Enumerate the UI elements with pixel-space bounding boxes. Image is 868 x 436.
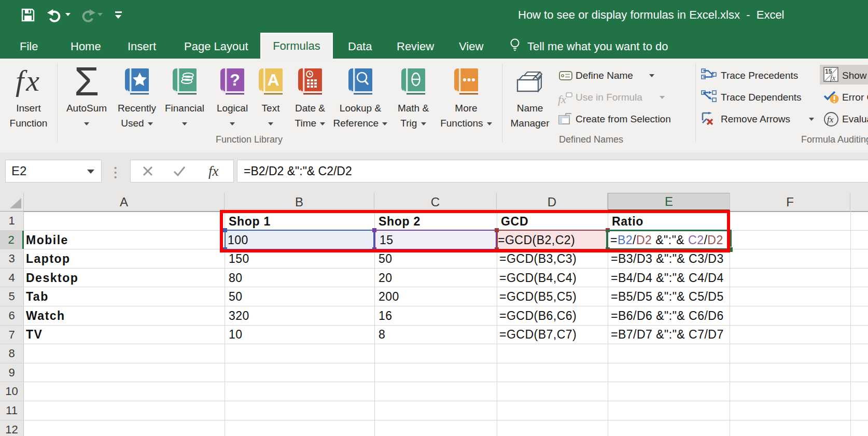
svg-text:?: ? — [230, 71, 240, 89]
svg-text:fx: fx — [558, 93, 566, 106]
svg-text:fx: fx — [827, 115, 834, 124]
svg-text:fx: fx — [830, 74, 836, 82]
svg-text:A: A — [267, 71, 279, 89]
